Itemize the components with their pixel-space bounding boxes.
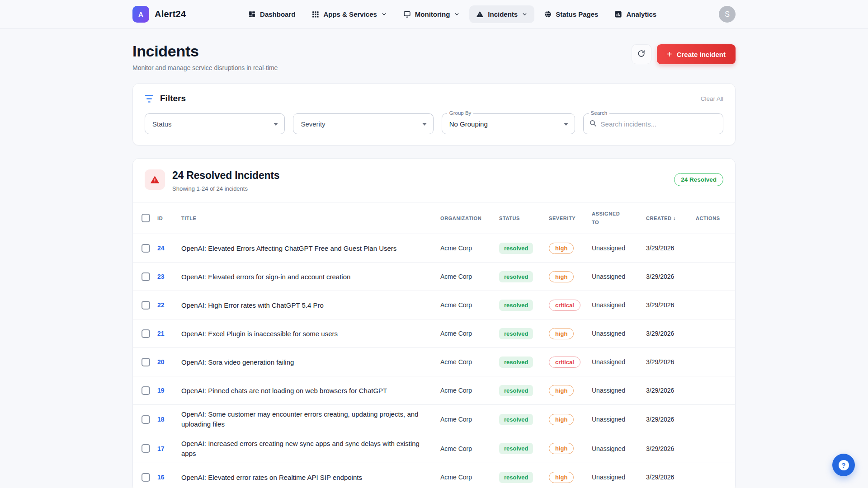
chevron-down-icon (522, 11, 528, 17)
group-by-select[interactable]: Group By No Grouping (442, 113, 575, 134)
status-filter-label: Status (152, 120, 172, 128)
chevron-down-icon (381, 11, 387, 17)
nav-item-monitoring[interactable]: Monitoring (396, 5, 467, 23)
incident-title[interactable]: OpenAI: Elevated Errors Affecting ChatGP… (181, 244, 440, 253)
column-header-severity[interactable]: SEVERITY (549, 216, 592, 221)
filter-icon (145, 95, 154, 103)
row-checkbox[interactable] (142, 272, 150, 281)
row-checkbox[interactable] (142, 358, 150, 366)
brand-name: Alert24 (155, 9, 186, 19)
search-input[interactable] (601, 120, 717, 128)
incident-id-link[interactable]: 21 (157, 330, 181, 337)
row-checkbox[interactable] (142, 329, 150, 338)
nav-item-analytics[interactable]: Analytics (608, 5, 663, 23)
incident-id-link[interactable]: 22 (157, 301, 181, 309)
severity-badge: high (549, 328, 574, 339)
incident-organization: Acme Corp (440, 244, 499, 252)
table-row: 21 OpenAI: Excel Plugin is inaccessible … (133, 319, 735, 348)
select-all-checkbox[interactable] (142, 214, 150, 222)
incident-created-date: 3/29/2026 (646, 330, 696, 337)
search-field: Search (583, 113, 723, 134)
incident-title[interactable]: OpenAI: Elevated errors for sign-in and … (181, 272, 440, 282)
severity-filter-select[interactable]: Severity (293, 113, 433, 134)
user-avatar[interactable]: S (719, 6, 736, 23)
status-badge: resolved (499, 328, 533, 339)
refresh-icon (637, 49, 646, 60)
create-incident-button[interactable]: + Create Incident (657, 44, 736, 64)
clear-all-button[interactable]: Clear All (701, 95, 723, 102)
column-header-created[interactable]: CREATED↓ (646, 215, 696, 221)
incident-title[interactable]: OpenAI: High Error rates with ChatGPT 5.… (181, 300, 440, 310)
status-badge: resolved (499, 472, 533, 483)
severity-badge: high (549, 472, 574, 483)
nav-item-apps-services[interactable]: Apps & Services (305, 5, 393, 23)
nav-item-status-pages[interactable]: Status Pages (537, 5, 605, 23)
top-navigation-bar: A Alert24 Dashboard Apps & Services (0, 0, 868, 29)
severity-filter-label: Severity (301, 120, 325, 128)
incident-title[interactable]: OpenAI: Excel Plugin is inaccessible for… (181, 329, 440, 339)
incident-created-date: 3/29/2026 (646, 474, 696, 481)
incident-title[interactable]: OpenAI: Increased errors creating new sy… (181, 439, 440, 459)
row-checkbox[interactable] (142, 415, 150, 424)
row-checkbox[interactable] (142, 244, 150, 253)
column-header-organization[interactable]: ORGANIZATION (440, 216, 499, 221)
nav-item-label: Analytics (626, 10, 656, 18)
incident-id-link[interactable]: 16 (157, 474, 181, 481)
incident-id-link[interactable]: 24 (157, 244, 181, 252)
incident-created-date: 3/29/2026 (646, 358, 696, 366)
incident-id-link[interactable]: 18 (157, 416, 181, 423)
incident-id-link[interactable]: 19 (157, 387, 181, 394)
dropdown-arrow-icon (422, 123, 427, 126)
status-badge: resolved (499, 243, 533, 254)
help-button[interactable]: ? (832, 454, 855, 476)
status-badge: resolved (499, 443, 533, 454)
brand[interactable]: A Alert24 (132, 6, 186, 23)
page-title: Incidents (132, 42, 278, 60)
row-checkbox[interactable] (142, 473, 150, 482)
table-row: 16 OpenAI: Elevated error rates on Realt… (133, 463, 735, 488)
created-label: CREATED (646, 216, 672, 221)
nav-item-dashboard[interactable]: Dashboard (241, 5, 302, 23)
incident-assigned-to: Unassigned (592, 358, 646, 366)
incident-title[interactable]: OpenAI: Sora video generation failing (181, 357, 440, 367)
warning-triangle-icon (476, 10, 484, 18)
page-subtitle: Monitor and manage service disruptions i… (132, 64, 278, 71)
incident-id-link[interactable]: 17 (157, 445, 181, 452)
plus-icon: + (667, 50, 672, 59)
table-row: 24 OpenAI: Elevated Errors Affecting Cha… (133, 234, 735, 263)
incident-assigned-to: Unassigned (592, 445, 646, 452)
assigned-to-label: ASSIGNED TO (592, 210, 622, 226)
monitor-icon (403, 10, 411, 18)
status-filter-select[interactable]: Status (145, 113, 285, 134)
table-row: 22 OpenAI: High Error rates with ChatGPT… (133, 291, 735, 319)
nav-item-label: Monitoring (415, 10, 450, 18)
refresh-button[interactable] (632, 44, 651, 64)
row-checkbox[interactable] (142, 444, 150, 453)
column-header-status[interactable]: STATUS (499, 216, 549, 221)
table-row: 20 OpenAI: Sora video generation failing… (133, 348, 735, 376)
sort-descending-icon: ↓ (673, 215, 676, 221)
table-row: 17 OpenAI: Increased errors creating new… (133, 434, 735, 464)
dropdown-arrow-icon (274, 123, 278, 126)
incident-assigned-to: Unassigned (592, 416, 646, 423)
column-header-assigned-to[interactable]: ASSIGNED TO (592, 210, 646, 226)
nav-item-incidents[interactable]: Incidents (469, 5, 534, 23)
row-checkbox[interactable] (142, 386, 150, 395)
group-by-label: Group By (447, 110, 474, 116)
incidents-panel: 24 Resolved Incidents Showing 1-24 of 24… (132, 158, 736, 488)
column-header-title[interactable]: TITLE (181, 216, 440, 221)
severity-badge: high (549, 243, 574, 254)
incident-title[interactable]: OpenAI: Pinned chats are not loading on … (181, 386, 440, 396)
incidents-summary-title: 24 Resolved Incidents (172, 169, 279, 182)
incident-id-link[interactable]: 23 (157, 273, 181, 280)
incident-created-date: 3/29/2026 (646, 387, 696, 394)
incident-title[interactable]: OpenAI: Elevated error rates on Realtime… (181, 473, 440, 483)
incident-title[interactable]: OpenAI: Some customer may encounter erro… (181, 409, 440, 429)
column-header-id[interactable]: ID (157, 216, 181, 221)
table-row: 23 OpenAI: Elevated errors for sign-in a… (133, 263, 735, 291)
incident-id-link[interactable]: 20 (157, 358, 181, 366)
row-checkbox[interactable] (142, 301, 150, 310)
search-label: Search (589, 110, 609, 116)
severity-badge: critical (549, 300, 580, 311)
globe-icon (544, 10, 552, 18)
